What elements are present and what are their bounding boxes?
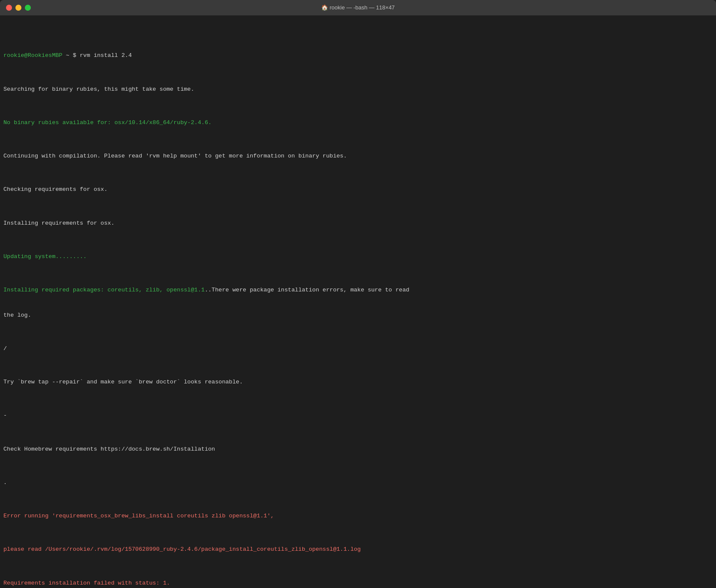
terminal-line: Searching for binary rubies, this might … — [3, 85, 713, 94]
window-title: 🏠 rookie — -bash — 118×47 — [321, 4, 395, 12]
terminal-line: Continuing with compilation. Please read… — [3, 152, 713, 160]
terminal-line: - — [3, 411, 713, 420]
terminal-line: Try `brew tap --repair` and make sure `b… — [3, 378, 713, 386]
terminal-line: Installing requirements for osx. — [3, 219, 713, 228]
terminal-line: No binary rubies available for: osx/10.1… — [3, 119, 713, 127]
terminal-line: Checking requirements for osx. — [3, 185, 713, 194]
terminal-line: rookie@RookiesMBP ~ $ rvm install 2.4 — [3, 51, 713, 60]
terminal-line: please read /Users/rookie/.rvm/log/15706… — [3, 545, 713, 554]
terminal-line: the log. — [3, 311, 713, 320]
titlebar: 🏠 rookie — -bash — 118×47 — [0, 0, 716, 15]
terminal-line: . — [3, 478, 713, 487]
terminal-window: 🏠 rookie — -bash — 118×47 rookie@Rookies… — [0, 0, 716, 588]
maximize-button[interactable] — [25, 5, 31, 11]
terminal-line: Check Homebrew requirements https://docs… — [3, 445, 713, 454]
close-button[interactable] — [6, 5, 12, 11]
terminal-line: Updating system......... — [3, 252, 713, 261]
traffic-lights — [6, 5, 31, 11]
terminal-content[interactable]: rookie@RookiesMBP ~ $ rvm install 2.4 Se… — [0, 15, 716, 588]
minimize-button[interactable] — [15, 5, 21, 11]
terminal-line: Requirements installation failed with st… — [3, 579, 713, 588]
terminal-line: / — [3, 344, 713, 353]
terminal-line: Error running 'requirements_osx_brew_lib… — [3, 512, 713, 520]
terminal-line: Installing required packages: coreutils,… — [3, 286, 713, 294]
